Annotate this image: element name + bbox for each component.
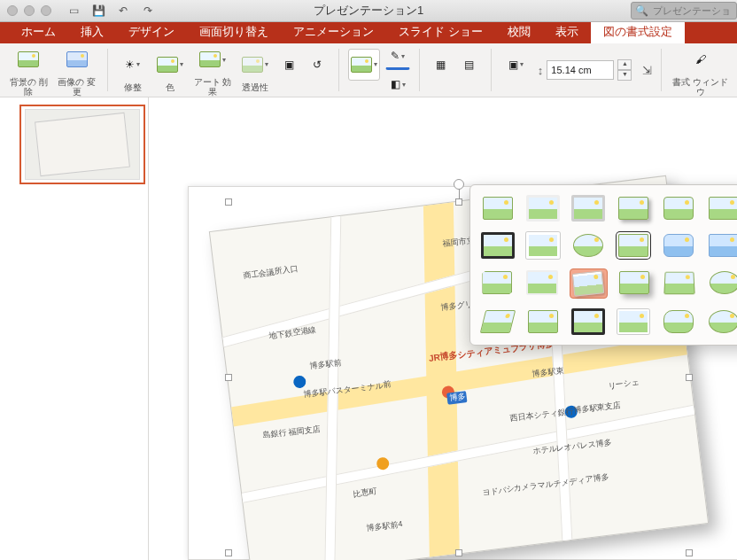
resize-handle-se[interactable] (686, 549, 693, 556)
style-beveled-oval-black[interactable] (570, 231, 606, 260)
minimize-window-icon[interactable] (24, 5, 35, 16)
map-label: 比恵町 (353, 486, 377, 501)
style-moderate-frame-white[interactable] (524, 268, 561, 297)
style-reflected-round[interactable] (661, 194, 697, 222)
height-icon: ↕ (538, 64, 544, 77)
chevron-down-icon: ▾ (180, 60, 183, 68)
style-relaxed-perspective[interactable] (661, 268, 697, 297)
chevron-down-icon: ▾ (402, 81, 406, 89)
map-label: 博多駅前4 (366, 518, 403, 534)
save-icon[interactable]: 💾 (89, 3, 108, 19)
style-thick-matte-black[interactable] (479, 231, 516, 260)
style-snip-diagonal[interactable] (479, 268, 516, 297)
align-button[interactable]: ▤ (457, 52, 482, 77)
resize-handle-s[interactable] (455, 549, 462, 556)
map-label: 博多 (446, 391, 467, 405)
search-box[interactable]: 🔍 (631, 2, 737, 19)
corrections-label: 修整 (124, 82, 142, 92)
height-step-down[interactable]: ▼ (617, 70, 632, 81)
separator (491, 49, 492, 91)
tab-picture-format[interactable]: 図の書式設定 (591, 20, 685, 43)
format-pane-button[interactable]: 🖌 (685, 43, 717, 75)
style-bevel-perspective[interactable] (479, 307, 516, 336)
chevron-down-icon: ▾ (136, 60, 140, 68)
crop-button[interactable]: ▣▾ (500, 49, 532, 81)
transparency-button[interactable]: ▾ (239, 49, 271, 81)
map-pin (292, 376, 306, 390)
artistic-effects-button[interactable]: ▾ (197, 43, 229, 75)
window-controls (7, 5, 51, 16)
chevron-down-icon: ▾ (401, 52, 405, 60)
chevron-down-icon: ▾ (520, 60, 524, 68)
tab-transitions[interactable]: 画面切り替え (187, 20, 281, 43)
style-simple-frame-white[interactable] (524, 231, 561, 260)
titlebar: ▭ 💾 ↶ ↷ プレゼンテーション1 🔍 (0, 0, 737, 22)
arrange-button[interactable]: ▦ (429, 52, 454, 77)
color-label: 色 (166, 82, 175, 92)
change-picture-button[interactable] (61, 43, 93, 75)
zoom-window-icon[interactable] (41, 5, 51, 16)
format-pane-label: 書式 ウィンドウ (671, 77, 730, 97)
height-step-up[interactable]: ▲ (617, 59, 632, 70)
thumbnail-preview (25, 109, 140, 180)
separator (338, 49, 339, 91)
size-group: ↕ 15.14 cm ▲ ▼ (538, 59, 632, 81)
tab-view[interactable]: 表示 (543, 20, 591, 43)
compress-pictures-button[interactable]: ▣ (276, 52, 301, 77)
style-reflected-bevel-black[interactable] (570, 307, 606, 336)
style-beveled-matte[interactable] (524, 194, 561, 222)
slide-canvas[interactable]: 商工会議所入口 博多グリーンホテル2号館 JR博多シティアミュプラザ博多 博多駅… (149, 97, 737, 560)
tab-home[interactable]: ホーム (9, 20, 68, 43)
style-simple-frame[interactable] (479, 194, 516, 222)
redo-icon[interactable]: ↷ (138, 3, 158, 19)
color-button[interactable]: ▾ (154, 49, 186, 81)
style-reflected-bevel[interactable] (524, 307, 561, 336)
separator (661, 49, 662, 91)
search-input[interactable] (651, 4, 733, 17)
resize-handle-e[interactable] (686, 374, 693, 381)
style-metal-rounded[interactable] (661, 307, 697, 336)
search-icon: 🔍 (635, 4, 648, 17)
style-center-shadow[interactable] (706, 231, 737, 260)
style-metal-frame[interactable] (570, 194, 606, 222)
tab-design[interactable]: デザイン (116, 20, 187, 43)
tab-review[interactable]: 校閲 (495, 20, 543, 43)
picture-effects-button[interactable]: ◧▾ (385, 72, 410, 97)
tab-animations[interactable]: アニメーション (281, 20, 386, 43)
slide-thumbnail-1[interactable] (19, 105, 145, 184)
slide-thumbnails-panel[interactable]: 1 (0, 97, 149, 560)
chevron-down-icon: ▾ (374, 60, 377, 68)
resize-handle-sw[interactable] (225, 549, 232, 556)
autosave-icon[interactable]: ▭ (64, 3, 83, 19)
map-label: 商工会議所入口 (243, 263, 299, 282)
separator (107, 49, 108, 91)
resize-handle-nw[interactable] (225, 198, 232, 206)
resize-handle-w[interactable] (225, 374, 232, 381)
tab-insert[interactable]: 挿入 (68, 20, 116, 43)
ribbon-tabs: ホーム 挿入 デザイン 画面切り替え アニメーション スライド ショー 校閲 表… (0, 22, 737, 43)
rotation-handle[interactable] (454, 179, 464, 190)
style-soft-edge[interactable] (706, 194, 737, 222)
height-input[interactable]: 15.14 cm (547, 60, 614, 80)
style-compound-frame-black[interactable] (615, 231, 651, 260)
tab-slideshow[interactable]: スライド ショー (386, 20, 495, 43)
style-metal-oval[interactable] (706, 307, 737, 336)
picture-border-button[interactable]: ✎▾ (385, 43, 410, 70)
style-perspective-shadow[interactable] (617, 268, 653, 297)
remove-background-button[interactable] (12, 43, 44, 75)
chevron-down-icon: ▾ (265, 60, 268, 68)
close-window-icon[interactable] (7, 5, 18, 16)
style-drop-shadow[interactable] (615, 194, 651, 222)
corrections-button[interactable]: ☀▾ (117, 49, 149, 81)
style-rotated-white[interactable] (570, 268, 608, 299)
resize-handle-n[interactable] (455, 198, 462, 206)
undo-icon[interactable]: ↶ (113, 3, 133, 19)
style-moderate-frame-black[interactable] (661, 231, 697, 260)
picture-styles-gallery-button[interactable]: ▾ (348, 49, 380, 81)
change-picture-label: 画像の 変更 (55, 77, 97, 97)
lock-aspect-icon[interactable]: ⇲ (642, 64, 652, 77)
map-label: ヨドバシカメラマルチメディア博多 (482, 471, 610, 498)
reset-picture-button[interactable]: ↺ (305, 52, 330, 77)
style-reflected-bevel-white[interactable] (615, 307, 651, 336)
style-soft-edge-oval[interactable] (706, 268, 737, 297)
